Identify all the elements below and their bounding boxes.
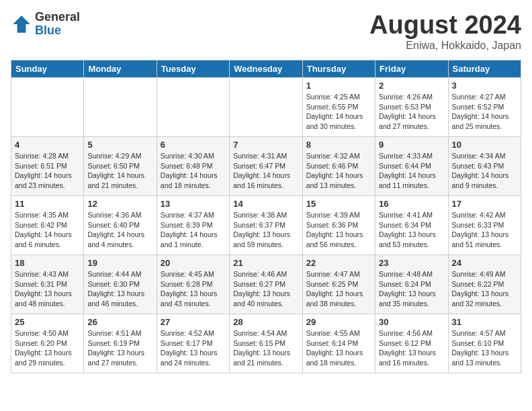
weekday-header-saturday: Saturday [448,60,521,78]
weekday-header-friday: Friday [375,60,448,78]
svg-marker-0 [13,15,30,33]
day-info: Sunrise: 4:52 AM Sunset: 6:17 PM Dayligh… [161,328,226,368]
day-number: 26 [87,317,152,327]
title-block: August 2024 Eniwa, Hokkaido, Japan [369,11,521,52]
day-number: 10 [452,140,517,150]
calendar-cell: 3Sunrise: 4:27 AM Sunset: 6:52 PM Daylig… [448,78,521,137]
day-info: Sunrise: 4:55 AM Sunset: 6:14 PM Dayligh… [306,328,371,368]
calendar-cell: 8Sunrise: 4:32 AM Sunset: 6:46 PM Daylig… [302,137,375,196]
day-number: 24 [452,258,517,268]
day-info: Sunrise: 4:43 AM Sunset: 6:31 PM Dayligh… [15,269,80,309]
day-info: Sunrise: 4:34 AM Sunset: 6:43 PM Dayligh… [452,151,517,191]
calendar-cell: 25Sunrise: 4:50 AM Sunset: 6:20 PM Dayli… [11,314,84,373]
day-info: Sunrise: 4:30 AM Sunset: 6:48 PM Dayligh… [161,151,226,191]
weekday-header-sunday: Sunday [11,60,84,78]
day-info: Sunrise: 4:57 AM Sunset: 6:10 PM Dayligh… [452,328,517,368]
calendar-cell: 22Sunrise: 4:47 AM Sunset: 6:25 PM Dayli… [302,255,375,314]
calendar-cell: 13Sunrise: 4:37 AM Sunset: 6:39 PM Dayli… [157,196,229,255]
day-number: 25 [15,317,80,327]
day-number: 30 [379,317,444,327]
calendar-cell: 21Sunrise: 4:46 AM Sunset: 6:27 PM Dayli… [230,255,302,314]
calendar-cell: 29Sunrise: 4:55 AM Sunset: 6:14 PM Dayli… [302,314,375,373]
calendar-cell: 10Sunrise: 4:34 AM Sunset: 6:43 PM Dayli… [448,137,521,196]
day-number: 21 [233,258,298,268]
day-info: Sunrise: 4:46 AM Sunset: 6:27 PM Dayligh… [233,269,298,309]
calendar-cell: 11Sunrise: 4:35 AM Sunset: 6:42 PM Dayli… [11,196,84,255]
calendar-cell: 27Sunrise: 4:52 AM Sunset: 6:17 PM Dayli… [157,314,229,373]
day-info: Sunrise: 4:38 AM Sunset: 6:37 PM Dayligh… [233,210,298,250]
calendar-cell: 20Sunrise: 4:45 AM Sunset: 6:28 PM Dayli… [157,255,229,314]
logo-icon [11,13,32,35]
weekday-header-tuesday: Tuesday [157,60,229,78]
day-number: 28 [233,317,298,327]
weekday-header-wednesday: Wednesday [230,60,302,78]
weekday-header-row: SundayMondayTuesdayWednesdayThursdayFrid… [11,60,521,78]
calendar-cell: 6Sunrise: 4:30 AM Sunset: 6:48 PM Daylig… [157,137,229,196]
calendar-table: SundayMondayTuesdayWednesdayThursdayFrid… [11,60,521,373]
calendar-cell: 26Sunrise: 4:51 AM Sunset: 6:19 PM Dayli… [84,314,157,373]
day-info: Sunrise: 4:32 AM Sunset: 6:46 PM Dayligh… [306,151,371,191]
calendar-cell: 7Sunrise: 4:31 AM Sunset: 6:47 PM Daylig… [230,137,302,196]
calendar-week-row: 25Sunrise: 4:50 AM Sunset: 6:20 PM Dayli… [11,314,521,373]
calendar-week-row: 11Sunrise: 4:35 AM Sunset: 6:42 PM Dayli… [11,196,521,255]
calendar-cell: 18Sunrise: 4:43 AM Sunset: 6:31 PM Dayli… [11,255,84,314]
day-number: 22 [306,258,371,268]
day-number: 11 [15,199,80,209]
day-number: 20 [161,258,226,268]
day-info: Sunrise: 4:39 AM Sunset: 6:36 PM Dayligh… [306,210,371,250]
day-number: 18 [15,258,80,268]
weekday-header-monday: Monday [84,60,157,78]
day-info: Sunrise: 4:36 AM Sunset: 6:40 PM Dayligh… [87,210,152,250]
day-number: 27 [161,317,226,327]
day-info: Sunrise: 4:45 AM Sunset: 6:28 PM Dayligh… [161,269,226,309]
day-info: Sunrise: 4:31 AM Sunset: 6:47 PM Dayligh… [233,151,298,191]
calendar-cell: 28Sunrise: 4:54 AM Sunset: 6:15 PM Dayli… [230,314,302,373]
calendar-cell: 24Sunrise: 4:49 AM Sunset: 6:22 PM Dayli… [448,255,521,314]
day-info: Sunrise: 4:35 AM Sunset: 6:42 PM Dayligh… [15,210,80,250]
day-number: 3 [452,81,517,91]
calendar-week-row: 18Sunrise: 4:43 AM Sunset: 6:31 PM Dayli… [11,255,521,314]
day-info: Sunrise: 4:25 AM Sunset: 6:55 PM Dayligh… [306,92,371,132]
day-number: 4 [15,140,80,150]
day-info: Sunrise: 4:41 AM Sunset: 6:34 PM Dayligh… [379,210,444,250]
day-info: Sunrise: 4:42 AM Sunset: 6:33 PM Dayligh… [452,210,517,250]
calendar-cell: 23Sunrise: 4:48 AM Sunset: 6:24 PM Dayli… [375,255,448,314]
calendar-cell [11,78,84,137]
day-info: Sunrise: 4:29 AM Sunset: 6:50 PM Dayligh… [87,151,152,191]
day-info: Sunrise: 4:56 AM Sunset: 6:12 PM Dayligh… [379,328,444,368]
day-number: 7 [233,140,298,150]
calendar-cell [84,78,157,137]
day-number: 8 [306,140,371,150]
page-header: General Blue August 2024 Eniwa, Hokkaido… [11,11,521,52]
day-number: 5 [87,140,152,150]
calendar-cell: 1Sunrise: 4:25 AM Sunset: 6:55 PM Daylig… [302,78,375,137]
day-info: Sunrise: 4:44 AM Sunset: 6:30 PM Dayligh… [87,269,152,309]
calendar-cell: 30Sunrise: 4:56 AM Sunset: 6:12 PM Dayli… [375,314,448,373]
logo-text: General Blue [35,11,80,38]
day-info: Sunrise: 4:47 AM Sunset: 6:25 PM Dayligh… [306,269,371,309]
day-info: Sunrise: 4:26 AM Sunset: 6:53 PM Dayligh… [379,92,444,132]
location-subtitle: Eniwa, Hokkaido, Japan [369,40,521,52]
day-info: Sunrise: 4:33 AM Sunset: 6:44 PM Dayligh… [379,151,444,191]
calendar-cell: 4Sunrise: 4:28 AM Sunset: 6:51 PM Daylig… [11,137,84,196]
calendar-cell: 5Sunrise: 4:29 AM Sunset: 6:50 PM Daylig… [84,137,157,196]
day-number: 6 [161,140,226,150]
day-number: 17 [452,199,517,209]
day-number: 29 [306,317,371,327]
day-number: 1 [306,81,371,91]
day-info: Sunrise: 4:28 AM Sunset: 6:51 PM Dayligh… [15,151,80,191]
day-number: 16 [379,199,444,209]
calendar-cell: 14Sunrise: 4:38 AM Sunset: 6:37 PM Dayli… [230,196,302,255]
day-info: Sunrise: 4:48 AM Sunset: 6:24 PM Dayligh… [379,269,444,309]
calendar-cell [230,78,302,137]
day-number: 2 [379,81,444,91]
day-info: Sunrise: 4:27 AM Sunset: 6:52 PM Dayligh… [452,92,517,132]
calendar-cell [157,78,229,137]
calendar-cell: 17Sunrise: 4:42 AM Sunset: 6:33 PM Dayli… [448,196,521,255]
weekday-header-thursday: Thursday [302,60,375,78]
day-info: Sunrise: 4:51 AM Sunset: 6:19 PM Dayligh… [87,328,152,368]
calendar-cell: 2Sunrise: 4:26 AM Sunset: 6:53 PM Daylig… [375,78,448,137]
day-info: Sunrise: 4:49 AM Sunset: 6:22 PM Dayligh… [452,269,517,309]
day-info: Sunrise: 4:54 AM Sunset: 6:15 PM Dayligh… [233,328,298,368]
day-number: 14 [233,199,298,209]
